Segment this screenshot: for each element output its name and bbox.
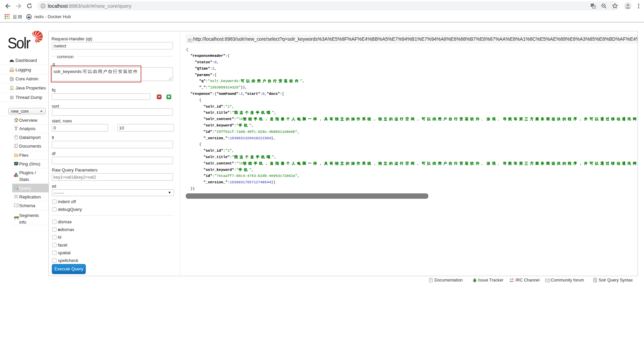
svg-text:Solr: Solr (8, 35, 31, 52)
